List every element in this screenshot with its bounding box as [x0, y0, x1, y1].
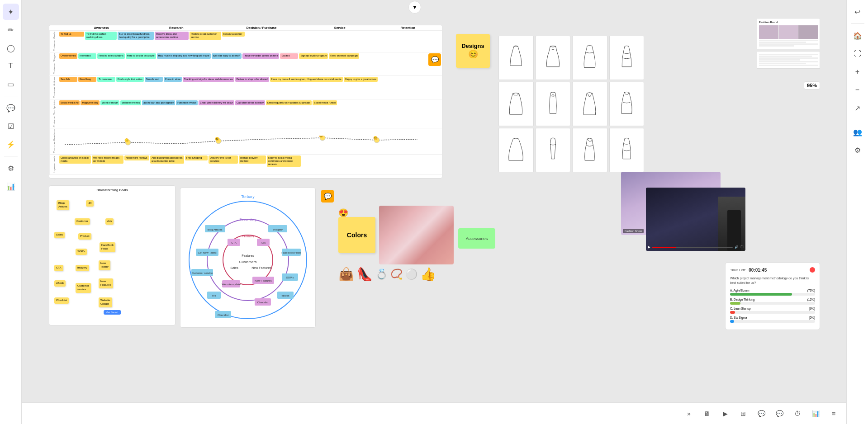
time-left-label: Time Left:: [730, 268, 746, 272]
select-tool[interactable]: ✦: [3, 4, 19, 20]
pearls-icon: ⚪: [405, 269, 417, 280]
bn-15: Checklist: [54, 297, 69, 304]
designs-emoji: 😊: [468, 49, 478, 59]
bn-16: WebsiteUpdate: [99, 297, 112, 307]
zoom-in-button[interactable]: +: [849, 64, 866, 80]
nav-arrow-top[interactable]: ▼: [408, 1, 421, 14]
stage-note-1: Overwhelmed: [59, 53, 77, 58]
brainstorm-box: Brainstorming Goals BlogsArticles HR Cus…: [49, 185, 175, 325]
circle-diagram: Tertiary Secondary Primary Features Cust…: [180, 188, 316, 328]
pen-tool[interactable]: ✏: [3, 22, 19, 38]
svg-text:Checklist: Checklist: [218, 314, 229, 316]
handbag-icon: 👜: [338, 267, 354, 282]
brainstorm-notes: BlogsArticles HR Customer Sales Product …: [52, 193, 172, 316]
touch-2: Magazine blog: [81, 100, 100, 105]
mood-emoji: 😍: [338, 208, 348, 218]
designs-card: Designs 😊: [456, 34, 490, 68]
improve-3: Need more reviews: [124, 155, 149, 160]
get-started-btn[interactable]: Get Started: [104, 310, 121, 315]
row-actions: Customer Actions: [49, 76, 58, 99]
menu-btn[interactable]: ≡: [826, 406, 841, 421]
bn-5: Product: [78, 233, 91, 240]
play-btn[interactable]: ▶: [718, 406, 732, 421]
left-toolbar: ✦ ✏ ◯ T ▭ 💬 ☑ ⚡ ⚙ 📊: [0, 0, 22, 424]
svg-text:Primary: Primary: [242, 234, 254, 238]
svg-text:Features: Features: [242, 254, 254, 257]
frame-tool[interactable]: ▭: [3, 76, 19, 92]
action-5: Search web: [145, 77, 163, 82]
divider-r2: [851, 120, 864, 120]
svg-text:SOP's: SOP's: [286, 276, 294, 279]
dress-6: [536, 82, 571, 126]
grid-btn[interactable]: ⊞: [736, 406, 750, 421]
users-button[interactable]: 👥: [849, 124, 866, 140]
svg-text:😐: 😐: [215, 137, 219, 141]
bn-13: NewFeatures: [99, 278, 113, 288]
svg-text:😊: 😊: [373, 136, 378, 140]
svg-text:New Features: New Features: [255, 279, 271, 282]
dress-9: [498, 128, 534, 172]
colors-label: Colors: [338, 217, 375, 253]
svg-text:eBook: eBook: [281, 294, 289, 297]
shape-tool[interactable]: ◯: [3, 40, 19, 56]
row-goals: Customer Goals: [49, 31, 58, 52]
right-toolbar: ↩ 🏠 ⛶ + − ↗ 👥 ⚙: [846, 0, 868, 424]
text-tool[interactable]: T: [3, 58, 19, 74]
row-stages: Customer Stages: [49, 52, 58, 75]
improve-8: Reply to social media comments and googl…: [267, 155, 301, 167]
touch-7: Email when delivery will occur: [199, 100, 234, 105]
dress-8: [609, 82, 645, 126]
stage-comment[interactable]: 💬: [428, 53, 441, 66]
task-tool[interactable]: ☑: [3, 118, 19, 134]
bn-6: Ads: [105, 218, 114, 225]
stage-research: Research: [136, 26, 218, 29]
video-section: Fashion Show ▶ 🔊 ⛶: [621, 172, 820, 271]
chat-btn[interactable]: 💬: [754, 406, 768, 421]
improve-7: change delivery method: [239, 155, 266, 164]
stage-service: Service: [306, 26, 374, 29]
stage-awarness: Awarness: [67, 26, 136, 29]
fullscreen-button[interactable]: ⛶: [849, 46, 866, 62]
app-tool[interactable]: ⚙: [3, 160, 19, 176]
bn-8: FaceBookPosts: [100, 242, 115, 252]
comment-tool[interactable]: 💬: [3, 100, 19, 116]
settings-button[interactable]: ⚙: [849, 142, 866, 158]
screen-btn[interactable]: 🖥: [700, 406, 714, 421]
brainstorm-title: Brainstorming Goals: [52, 188, 172, 192]
expand-bottom-btn[interactable]: »: [682, 406, 696, 421]
heels-icon: 👠: [357, 267, 373, 282]
touch-6: Purchase invoice: [176, 100, 198, 105]
poll-option-b: B. Design Thinking (12%): [730, 298, 815, 305]
stage-retention: Retention: [374, 26, 442, 29]
analytics-tool[interactable]: 📊: [3, 178, 19, 194]
chart-btn[interactable]: 📊: [808, 406, 823, 421]
color-swatch: [379, 206, 454, 264]
zoom-out-button[interactable]: −: [849, 82, 866, 98]
action-1: See Ads: [59, 77, 77, 82]
action-10: Happy to give a great review: [344, 77, 378, 82]
svg-text:Ads: Ads: [261, 241, 266, 244]
home-button[interactable]: 🏠: [849, 28, 866, 44]
touch-8: Call when dress is ready: [235, 100, 265, 105]
video-thumb-2[interactable]: ▶ 🔊 ⛶: [646, 188, 745, 251]
improve-5: Free Shipping: [185, 155, 208, 160]
stage-note-2: Interested: [78, 53, 96, 58]
stage-note-5: How much is shipping and how long will i…: [157, 53, 211, 58]
brainstorm-comment[interactable]: 💬: [321, 190, 334, 203]
bn-11: CTA: [54, 265, 63, 271]
svg-text:Blog Articles: Blog Articles: [207, 228, 222, 231]
widget-tool[interactable]: ⚡: [3, 136, 19, 152]
fit-button[interactable]: ↗: [849, 100, 866, 116]
msg-btn[interactable]: 💬: [772, 406, 787, 421]
dress-sketches-area: [497, 34, 646, 174]
dress-2: [536, 36, 571, 80]
action-3: To compare: [97, 77, 115, 82]
stage-decision: Decision / Purchase: [217, 26, 306, 29]
undo-button[interactable]: ↩: [849, 4, 866, 20]
goal-note-2: To find the perfect wedding dress: [85, 32, 117, 40]
poll-option-a: A. Agile/Scrum (73%): [730, 289, 815, 296]
action-9: I love my dress & service given, I log a…: [270, 77, 343, 82]
row-emotions: Customer Emotions: [49, 128, 58, 154]
timer-btn[interactable]: ⏱: [790, 406, 805, 421]
goal-note-1: To find us: [59, 32, 84, 37]
